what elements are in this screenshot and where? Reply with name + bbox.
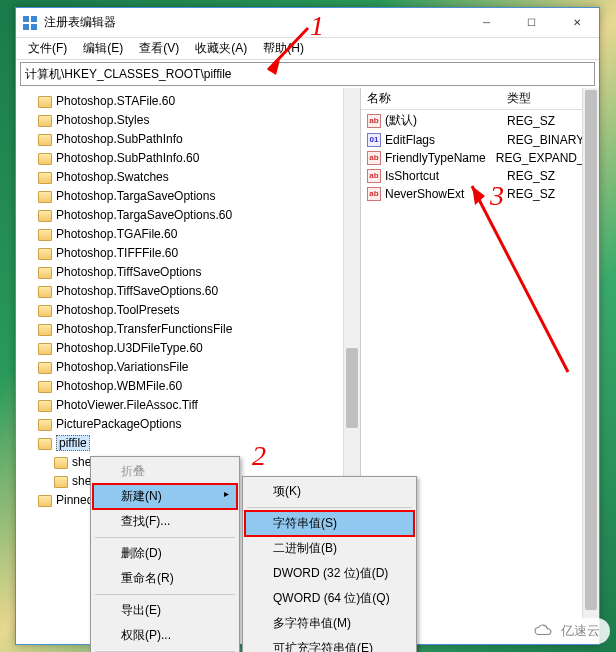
value-name: NeverShowExt — [385, 187, 464, 201]
folder-icon — [38, 172, 52, 184]
value-icon: ab — [367, 169, 381, 183]
svg-rect-3 — [31, 24, 37, 30]
context-menu-key: 折叠 新建(N) 查找(F)... 删除(D) 重命名(R) 导出(E) 权限(… — [90, 456, 240, 652]
tree-item[interactable]: Photoshop.Swatches — [16, 168, 360, 187]
titlebar: 注册表编辑器 ─ ☐ ✕ — [16, 8, 599, 38]
values-scrollbar[interactable] — [582, 88, 599, 642]
ctx-new[interactable]: 新建(N) — [93, 484, 237, 509]
folder-icon — [38, 96, 52, 108]
tree-item[interactable]: PhotoViewer.FileAssoc.Tiff — [16, 396, 360, 415]
app-icon — [22, 15, 38, 31]
folder-icon — [38, 134, 52, 146]
tree-item[interactable]: PicturePackageOptions — [16, 415, 360, 434]
svg-rect-1 — [31, 16, 37, 22]
value-icon: 01 — [367, 133, 381, 147]
menubar: 文件(F) 编辑(E) 查看(V) 收藏夹(A) 帮助(H) — [16, 38, 599, 60]
address-bar[interactable]: 计算机\HKEY_CLASSES_ROOT\piffile — [20, 62, 595, 86]
tree-item[interactable]: Photoshop.ToolPresets — [16, 301, 360, 320]
menu-file[interactable]: 文件(F) — [20, 38, 75, 59]
svg-rect-2 — [23, 24, 29, 30]
context-menu-new: 项(K) 字符串值(S) 二进制值(B) DWORD (32 位)值(D) QW… — [242, 476, 417, 652]
tree-item[interactable]: Photoshop.U3DFileType.60 — [16, 339, 360, 358]
ctx-separator — [95, 594, 235, 595]
folder-icon — [38, 191, 52, 203]
ctx-delete[interactable]: 删除(D) — [93, 541, 237, 566]
close-button[interactable]: ✕ — [554, 8, 599, 37]
tree-item[interactable]: Photoshop.WBMFile.60 — [16, 377, 360, 396]
svg-rect-0 — [23, 16, 29, 22]
tree-item[interactable]: Photoshop.TiffSaveOptions.60 — [16, 282, 360, 301]
tree-item[interactable]: Photoshop.SubPathInfo — [16, 130, 360, 149]
scroll-thumb[interactable] — [346, 348, 358, 428]
value-row[interactable]: 01EditFlagsREG_BINARY — [361, 131, 599, 149]
value-row[interactable]: abNeverShowExtREG_SZ — [361, 185, 599, 203]
folder-icon — [38, 115, 52, 127]
menu-view[interactable]: 查看(V) — [131, 38, 187, 59]
ctx-permissions[interactable]: 权限(P)... — [93, 623, 237, 648]
folder-icon — [38, 343, 52, 355]
ctx-find[interactable]: 查找(F)... — [93, 509, 237, 534]
tree-item[interactable]: Photoshop.SubPathInfo.60 — [16, 149, 360, 168]
folder-icon — [38, 286, 52, 298]
folder-icon — [38, 210, 52, 222]
address-text: 计算机\HKEY_CLASSES_ROOT\piffile — [25, 66, 232, 83]
ctx-export[interactable]: 导出(E) — [93, 598, 237, 623]
folder-icon — [38, 362, 52, 374]
cloud-icon — [533, 624, 555, 638]
folder-icon — [38, 267, 52, 279]
col-name[interactable]: 名称 — [361, 90, 501, 107]
values-header: 名称 类型 — [361, 88, 599, 110]
ctx-new-dword[interactable]: DWORD (32 位)值(D) — [245, 561, 414, 586]
folder-icon — [38, 305, 52, 317]
ctx-rename[interactable]: 重命名(R) — [93, 566, 237, 591]
ctx-new-string[interactable]: 字符串值(S) — [245, 511, 414, 536]
menu-edit[interactable]: 编辑(E) — [75, 38, 131, 59]
folder-icon — [38, 495, 52, 507]
value-icon: ab — [367, 187, 381, 201]
watermark: 亿速云 — [523, 618, 610, 644]
value-row[interactable]: ab(默认)REG_SZ — [361, 110, 599, 131]
value-row[interactable]: abIsShortcutREG_SZ — [361, 167, 599, 185]
tree-item[interactable]: Photoshop.VariationsFile — [16, 358, 360, 377]
tree-item[interactable]: Photoshop.Styles — [16, 111, 360, 130]
scroll-thumb[interactable] — [585, 90, 597, 610]
tree-item[interactable]: Photoshop.TIFFFile.60 — [16, 244, 360, 263]
value-icon: ab — [367, 114, 381, 128]
ctx-new-key[interactable]: 项(K) — [245, 479, 414, 504]
menu-favorites[interactable]: 收藏夹(A) — [187, 38, 255, 59]
minimize-button[interactable]: ─ — [464, 8, 509, 37]
tree-item[interactable]: Photoshop.STAFile.60 — [16, 92, 360, 111]
folder-icon — [38, 419, 52, 431]
tree-item[interactable]: Photoshop.TargaSaveOptions.60 — [16, 206, 360, 225]
tree-item[interactable]: Photoshop.TransferFunctionsFile — [16, 320, 360, 339]
folder-icon — [38, 153, 52, 165]
tree-item[interactable]: Photoshop.TiffSaveOptions — [16, 263, 360, 282]
value-row[interactable]: abFriendlyTypeNameREG_EXPAND_SZ — [361, 149, 599, 167]
folder-icon — [38, 324, 52, 336]
maximize-button[interactable]: ☐ — [509, 8, 554, 37]
tree-item[interactable]: Photoshop.TargaSaveOptions — [16, 187, 360, 206]
folder-icon — [54, 476, 68, 488]
ctx-separator — [95, 537, 235, 538]
folder-icon — [38, 248, 52, 260]
ctx-collapse: 折叠 — [93, 459, 237, 484]
ctx-new-expandstring[interactable]: 可扩充字符串值(E) — [245, 636, 414, 652]
ctx-new-binary[interactable]: 二进制值(B) — [245, 536, 414, 561]
folder-icon — [38, 400, 52, 412]
ctx-new-qword[interactable]: QWORD (64 位)值(Q) — [245, 586, 414, 611]
folder-icon — [54, 457, 68, 469]
folder-icon — [38, 381, 52, 393]
menu-help[interactable]: 帮助(H) — [255, 38, 312, 59]
window-title: 注册表编辑器 — [44, 14, 464, 31]
ctx-new-multistring[interactable]: 多字符串值(M) — [245, 611, 414, 636]
value-name: (默认) — [385, 112, 417, 129]
value-name: IsShortcut — [385, 169, 439, 183]
folder-icon — [38, 438, 52, 450]
ctx-separator — [247, 507, 412, 508]
tree-item[interactable]: Photoshop.TGAFile.60 — [16, 225, 360, 244]
tree-item-piffile[interactable]: piffile — [16, 434, 360, 453]
value-name: FriendlyTypeName — [385, 151, 486, 165]
folder-icon — [38, 229, 52, 241]
value-icon: ab — [367, 151, 381, 165]
value-name: EditFlags — [385, 133, 435, 147]
